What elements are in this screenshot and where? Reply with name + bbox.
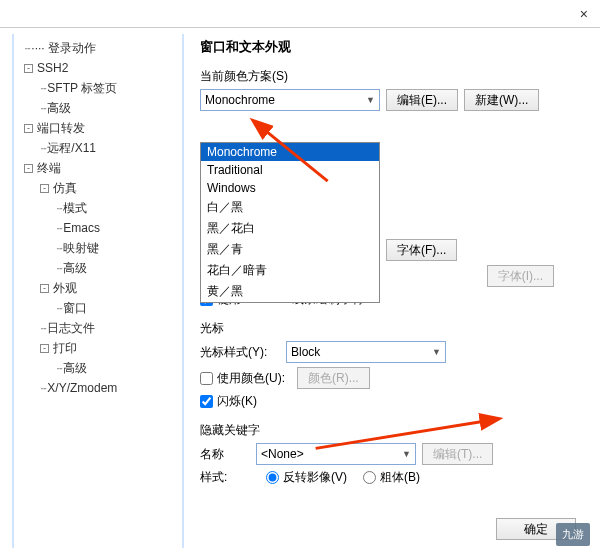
use-color-label: 使用颜色(U): (217, 370, 285, 387)
tree-item[interactable]: ····高级 (54, 358, 178, 378)
blink-label: 闪烁(K) (217, 393, 257, 410)
tree-item[interactable]: ····SFTP 标签页 (38, 78, 178, 98)
font-button-2: 字体(I)... (487, 265, 554, 287)
tree-item[interactable]: ····Emacs (54, 218, 178, 238)
tree-item[interactable]: -打印 ····高级 (38, 338, 178, 378)
tree-item[interactable]: ····窗口 (54, 298, 178, 318)
tree-item[interactable]: -SSH2 ····SFTP 标签页 ····高级 (22, 58, 178, 118)
tree-item[interactable]: -终端 -仿真 ····模式 ····Emacs ····映射键 ····高级 … (22, 158, 178, 398)
dropdown-option[interactable]: 黑／花白 (201, 218, 379, 239)
tree-item[interactable]: -仿真 ····模式 ····Emacs ····映射键 ····高级 (38, 178, 178, 278)
radio-bold[interactable]: 粗体(B) (363, 469, 420, 486)
chevron-down-icon: ▼ (402, 449, 411, 459)
tree-item[interactable]: ····映射键 (54, 238, 178, 258)
name-select[interactable]: <None> ▼ (256, 443, 416, 465)
cursor-section: 光标 (200, 320, 584, 337)
tree-item[interactable]: ····高级 (54, 258, 178, 278)
name-label: 名称 (200, 446, 250, 463)
radio-invert[interactable]: 反转影像(V) (266, 469, 347, 486)
use-color-checkbox[interactable] (200, 372, 213, 385)
scheme-dropdown[interactable]: Monochrome Traditional Windows 白／黑 黑／花白 … (200, 142, 380, 303)
tree-item[interactable]: ····远程/X11 (38, 138, 178, 158)
panel-title: 窗口和文本外观 (200, 38, 584, 56)
chevron-down-icon: ▼ (366, 95, 375, 105)
tree-item[interactable]: ····模式 (54, 198, 178, 218)
dropdown-option[interactable]: Traditional (201, 161, 379, 179)
dropdown-option[interactable]: Windows (201, 179, 379, 197)
cursor-style-select[interactable]: Block ▼ (286, 341, 446, 363)
dropdown-option[interactable]: 花白／暗青 (201, 260, 379, 281)
cursor-style-label: 光标样式(Y): (200, 344, 280, 361)
blink-checkbox[interactable] (200, 395, 213, 408)
dropdown-option[interactable]: 黑／青 (201, 239, 379, 260)
chevron-down-icon: ▼ (432, 347, 441, 357)
font-button[interactable]: 字体(F)... (386, 239, 457, 261)
dropdown-option[interactable]: 白／黑 (201, 197, 379, 218)
category-tree: ········ 登录动作 -SSH2 ····SFTP 标签页 ····高级 … (0, 28, 190, 554)
dropdown-option[interactable]: Monochrome (201, 143, 379, 161)
scheme-label: 当前颜色方案(S) (200, 68, 584, 85)
tree-item[interactable]: ····高级 (38, 98, 178, 118)
new-button[interactable]: 新建(W)... (464, 89, 539, 111)
hidden-section: 隐藏关键字 (200, 422, 584, 439)
tree-item[interactable]: -端口转发 ····远程/X11 (22, 118, 178, 158)
close-icon[interactable]: × (580, 6, 588, 22)
color-button: 颜色(R)... (297, 367, 370, 389)
tree-item[interactable]: ····X/Y/Zmodem (38, 378, 178, 398)
edit-button[interactable]: 编辑(E)... (386, 89, 458, 111)
tree-item[interactable]: -外观 ····窗口 (38, 278, 178, 318)
scheme-select[interactable]: Monochrome ▼ (200, 89, 380, 111)
tree-item[interactable]: ········ 登录动作 (22, 38, 178, 58)
edit-2-button: 编辑(T)... (422, 443, 493, 465)
watermark: 九游 (556, 523, 590, 546)
tree-item[interactable]: ····日志文件 (38, 318, 178, 338)
dropdown-option[interactable]: 黄／黑 (201, 281, 379, 302)
style-label: 样式: (200, 469, 250, 486)
